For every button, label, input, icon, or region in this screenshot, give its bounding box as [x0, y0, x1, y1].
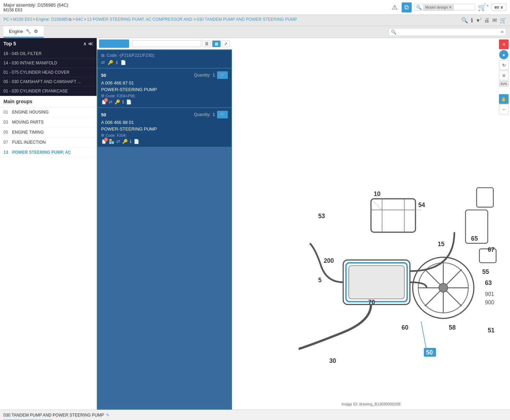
copy-button[interactable]: ⧉ — [402, 2, 412, 12]
part1-info-btn[interactable]: ℹ — [122, 99, 124, 105]
group-label-07: FUEL INJECTION — [12, 140, 93, 145]
tab-search-clear[interactable]: ✕ — [500, 29, 504, 35]
part2-icons: 📋1 🏪 ⇄ 🔑 ℹ 📄 — [101, 139, 228, 144]
part2-header: 50 Quantity: 1 🛒 — [101, 111, 228, 118]
group-item-01[interactable]: 01 ENGINE HOUSING — [0, 107, 97, 117]
part1-badge-num: 2 — [104, 98, 108, 102]
group-item-13[interactable]: 13 POWER STEERING PUMP, AC — [0, 148, 97, 158]
info-icon-btn[interactable]: ℹ — [116, 60, 118, 65]
group-label-05: ENGINE TIMING — [12, 130, 93, 135]
part2-key-btn[interactable]: 🔑 — [122, 139, 128, 144]
svg-rect-10 — [371, 199, 415, 232]
part1-badge-btn[interactable]: 📋2 — [101, 99, 107, 105]
part1-doc-btn[interactable]: 📄 — [126, 99, 132, 105]
svg-text:10: 10 — [374, 190, 381, 197]
tab-engine-label: Engine — [9, 29, 23, 34]
pan-btn[interactable]: ✋ — [499, 94, 509, 104]
top5-item-4[interactable]: 05 - 030 CAMSHAFT AND CAMSHAFT ... — [0, 77, 97, 87]
cart-add-button[interactable]: 🛒+ — [478, 3, 489, 11]
part1-code-label: Code: F204+P98; — [106, 94, 136, 98]
part2-market-btn[interactable]: 🏪 — [109, 139, 114, 144]
svg-text:54: 54 — [418, 202, 425, 208]
tab-engine[interactable]: Engine 🔧 ⚙ — [3, 26, 44, 38]
filter-icon[interactable]: ▼! — [476, 17, 481, 23]
top5-item-3[interactable]: 01 - 075 CYLINDER HEAD COVER — [0, 68, 97, 77]
top5-title: Top 5 — [3, 41, 16, 46]
top5-item-1[interactable]: 18 - 045 OIL FILTER — [0, 49, 97, 59]
print-icon[interactable]: 🖨 — [484, 17, 490, 24]
gear-icon: ⚙ — [34, 29, 38, 34]
svg-text:60: 60 — [402, 324, 409, 331]
key-icon-btn[interactable]: 🔑 — [108, 60, 113, 65]
group-item-07[interactable]: 07 FUEL INJECTION — [0, 137, 97, 148]
breadcrumb-engine[interactable]: Engine: D156985 — [36, 17, 68, 22]
part2-badge-btn[interactable]: 📋1 — [101, 139, 107, 144]
breadcrumb-tools: 🔍 ℹ ▼! 🖨 ✉ 🛒 — [461, 17, 507, 24]
search-tag-close[interactable]: ✕ — [449, 5, 452, 10]
breadcrumb-m156[interactable]: M156 E63 — [13, 17, 32, 22]
zoom-in-icon[interactable]: 🔍 — [461, 17, 468, 24]
part1-key-btn[interactable]: 🔑 — [115, 99, 120, 105]
zoom-out-btn[interactable]: − — [499, 105, 509, 114]
mid-progress-bar — [99, 39, 129, 48]
group-item-05[interactable]: 05 ENGINE TIMING — [0, 127, 97, 137]
close-diagram-btn[interactable]: ✕ — [499, 39, 509, 49]
part2-replace-btn[interactable]: ⇄ — [116, 139, 120, 144]
cross-diagram-btn[interactable]: ✕ — [499, 71, 509, 80]
part2-doc-btn[interactable]: 📄 — [134, 139, 139, 144]
search-tag: Model design ✕ — [423, 5, 454, 10]
svg-btn[interactable]: SVG — [499, 81, 509, 87]
top5-collapse-btn[interactable]: ∧ — [83, 41, 87, 46]
top5-item-4-label: 05 - 030 CAMSHAFT AND CAMSHAFT ... — [3, 79, 81, 84]
top5-item-2[interactable]: 14 - 030 INTAKE MANIFOLD — [0, 59, 97, 68]
top5-list: 18 - 045 OIL FILTER 14 - 030 INTAKE MANI… — [0, 49, 97, 96]
breadcrumb-pc[interactable]: PC — [3, 17, 9, 22]
tabs-bar: Engine 🔧 ⚙ 🔍 ✕ — [0, 26, 510, 38]
group-item-03[interactable]: 03 MOVING PARTS — [0, 117, 97, 127]
part2-add-cart-btn[interactable]: 🛒 — [217, 111, 228, 118]
breadcrumb-13[interactable]: 13 POWER STEERING PUMP, AC COMPRESSOR AN… — [87, 17, 192, 22]
top5-item-5[interactable]: 01 - 020 CYLINDER CRANKCASE — [0, 87, 97, 96]
svg-rect-8 — [349, 266, 404, 299]
mid-search-field — [132, 40, 201, 47]
breadcrumb-64c[interactable]: 64C — [75, 17, 83, 22]
part1-qty-value: 1 — [213, 73, 215, 78]
mid-search-input[interactable] — [134, 41, 190, 46]
info-icon[interactable]: ℹ — [471, 17, 473, 24]
breadcrumb-030[interactable]: 030 TANDEM PUMP AND POWER STEERING PUMP — [197, 17, 297, 22]
group-label-01: ENGINE HOUSING — [12, 110, 93, 115]
refresh-diagram-btn[interactable]: ↻ — [499, 60, 509, 70]
edit-icon[interactable]: ✎ — [106, 413, 109, 418]
cart-icon[interactable]: 🛒 — [500, 17, 507, 24]
middle-toolbar: ☰ ▦ ⤢ — [97, 38, 232, 50]
part2-info-btn[interactable]: ℹ — [130, 139, 132, 144]
top5-item-1-label: 18 - 045 OIL FILTER — [3, 51, 42, 56]
replace-icon-btn[interactable]: ⇄ — [101, 60, 105, 65]
part1-add-cart-btn[interactable]: 🛒 — [217, 71, 228, 79]
part2-number: A 006 466 88 01 — [101, 120, 228, 125]
svg-text:30: 30 — [329, 357, 336, 364]
svg-text:901: 901 — [485, 291, 494, 297]
language-button[interactable]: en ∨ — [491, 3, 507, 11]
top5-arrows-btn[interactable]: ≪ — [88, 41, 93, 46]
tab-search-box: 🔍 ✕ — [388, 28, 507, 36]
circle-diagram-btn[interactable]: ● — [499, 50, 509, 60]
copy-icon[interactable]: ⧉ — [69, 17, 72, 22]
search-input[interactable] — [454, 4, 475, 10]
part1-number: A 006 466 87 01 — [101, 80, 228, 86]
warning-button[interactable]: ⚠ — [391, 2, 399, 12]
mail-icon[interactable]: ✉ — [492, 17, 497, 24]
doc-icon-btn[interactable]: 📄 — [120, 60, 126, 65]
top5-item-5-label: 01 - 020 CYLINDER CRANKCASE — [3, 89, 68, 93]
part1-replace-btn[interactable]: ⇄ — [109, 99, 113, 105]
list-view-btn[interactable]: ☰ — [203, 41, 211, 47]
maximize-btn[interactable]: ⤢ — [222, 41, 230, 47]
group-num-03: 03 — [3, 120, 12, 125]
main-content: Top 5 ∧ ≪ 18 - 045 OIL FILTER 14 - 030 I… — [0, 38, 510, 410]
svg-text:53: 53 — [318, 213, 325, 220]
grid-view-btn[interactable]: ▦ — [212, 41, 221, 47]
top-code-grid-icon: ⊞ Code: -(F216/F221/F230); — [101, 53, 228, 58]
tab-search-input[interactable] — [396, 29, 500, 34]
right-panel: ✕ ● ↻ ✕ SVG ✋ − — [232, 38, 510, 410]
diagram-svg: 10 53 54 10 53 54 15 65 67 55 63 5 70 60… — [232, 38, 510, 410]
